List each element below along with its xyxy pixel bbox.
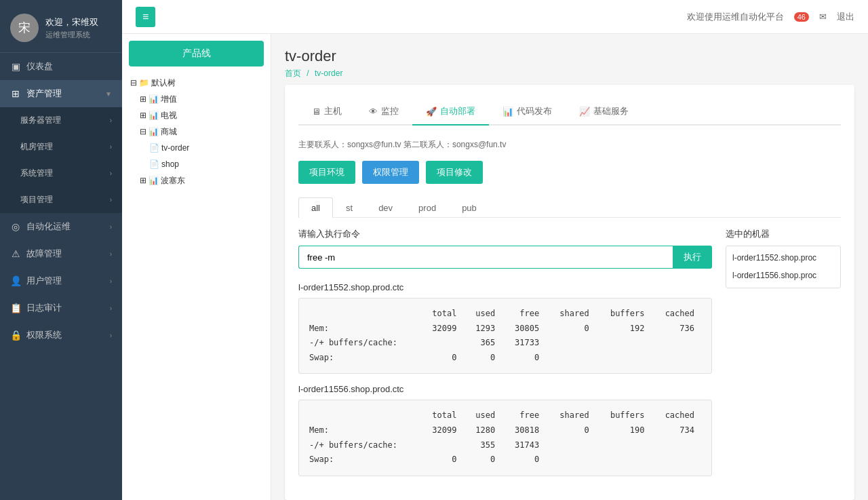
tree-node-label: 商城 xyxy=(161,124,177,139)
product-line-button[interactable]: 产品线 xyxy=(129,41,264,66)
expand-icon: ⊞ xyxy=(140,173,146,188)
leaf-icon: 📄 xyxy=(149,157,159,172)
tree-node-label: 默认树 xyxy=(151,75,176,90)
expand-icon: ⊟ xyxy=(140,124,146,139)
tree-row-tv[interactable]: ⊞ 📊 电视 xyxy=(138,107,264,123)
sub-tab-prod[interactable]: prod xyxy=(406,197,449,218)
selected-machines-label: 选中的机器 xyxy=(726,228,841,240)
chevron-right-icon: › xyxy=(110,117,112,124)
notification-icon[interactable]: ✉ xyxy=(819,12,827,22)
tree-row-tv-order[interactable]: 📄 tv-order xyxy=(148,140,264,156)
tab-base-service[interactable]: 📈 基础服务 xyxy=(566,98,642,126)
sub-tab-all[interactable]: all xyxy=(298,197,333,218)
fault-icon: ⚠ xyxy=(10,248,21,259)
tree-row-poseidon[interactable]: ⊞ 📊 波塞东 xyxy=(138,172,264,189)
tree-row-default[interactable]: ⊟ 📁 默认树 xyxy=(129,75,264,91)
auto-ops-icon: ◎ xyxy=(10,221,21,232)
sidebar-item-fault-mgmt[interactable]: ⚠ 故障管理 › xyxy=(0,240,122,267)
tab-monitor[interactable]: 👁 监控 xyxy=(355,98,412,126)
sub-tab-pub[interactable]: pub xyxy=(449,197,490,218)
command-input[interactable] xyxy=(298,246,673,269)
asset-submenu: 服务器管理 › 机房管理 › 系统管理 › 项目管理 › xyxy=(0,107,122,213)
folder-chart-icon: 📊 xyxy=(149,124,159,139)
sidebar: 宋 欢迎，宋维双 运维管理系统 ▣ 仪表盘 ⊞ 资产管理 ▼ 服务器管理 xyxy=(0,0,122,500)
notification-badge[interactable]: 46 xyxy=(794,12,809,22)
left-panel: 产品线 ⊟ 📁 默认树 ⊞ 📊 增值 ⊞ 📊 电视 xyxy=(122,34,271,500)
topbar: ≡ 欢迎使用运维自动化平台 46 ✉ 退出 xyxy=(122,0,868,34)
expand-icon: ⊟ xyxy=(130,75,137,90)
sidebar-item-label: 资产管理 xyxy=(26,88,62,100)
expand-icon: ⊞ xyxy=(140,108,146,123)
sidebar-item-label: 日志审计 xyxy=(26,302,62,314)
sidebar-item-project-mgmt[interactable]: 项目管理 › xyxy=(7,187,122,213)
content-card: 🖥 主机 👁 监控 🚀 自动部署 📊 代码发布 xyxy=(285,85,854,500)
base-service-icon: 📈 xyxy=(579,107,590,117)
contact-info: 主要联系人：songxs@fun.tv 第二联系人：songxs@fun.tv xyxy=(298,139,841,151)
monitor-icon: 👁 xyxy=(369,107,378,117)
breadcrumb-home[interactable]: 首页 xyxy=(285,69,301,78)
chevron-right-icon: › xyxy=(110,305,112,312)
sidebar-item-dashboard[interactable]: ▣ 仪表盘 xyxy=(0,53,122,80)
sidebar-item-label: 权限系统 xyxy=(26,329,62,341)
expand-icon: ⊞ xyxy=(140,92,146,107)
main-tabs: 🖥 主机 👁 监控 🚀 自动部署 📊 代码发布 xyxy=(298,98,841,126)
tab-auto-deploy[interactable]: 🚀 自动部署 xyxy=(412,98,489,126)
machine2-section: l-order11556.shop.prod.ctc total used fr… xyxy=(298,384,712,476)
perm-mgmt-button[interactable]: 权限管理 xyxy=(362,161,419,184)
sidebar-item-server-mgmt[interactable]: 服务器管理 › xyxy=(7,107,122,134)
sidebar-item-auth-system[interactable]: 🔒 权限系统 › xyxy=(0,322,122,349)
project-mgmt-label: 项目管理 xyxy=(20,194,53,206)
asset-icon: ⊞ xyxy=(10,88,21,99)
main-wrapper: ≡ 欢迎使用运维自动化平台 46 ✉ 退出 产品线 ⊟ 📁 默认树 ⊞ xyxy=(122,0,868,500)
selected-machines-list: l-order11552.shop.proc l-order11556.shop… xyxy=(726,246,841,288)
chevron-right-icon: › xyxy=(110,170,112,177)
sidebar-header: 宋 欢迎，宋维双 运维管理系统 xyxy=(0,0,122,53)
main-content-body: 请输入执行命令 执行 l-order11552.shop.prod.ctc xyxy=(298,228,712,486)
tab-code-release[interactable]: 📊 代码发布 xyxy=(489,98,566,126)
sidebar-item-log-audit[interactable]: 📋 日志审计 › xyxy=(0,294,122,322)
log-icon: 📋 xyxy=(10,303,21,313)
menu-toggle-button[interactable]: ≡ xyxy=(136,7,155,27)
code-release-icon: 📊 xyxy=(502,107,513,117)
sub-tabs: all st dev prod pub xyxy=(298,197,841,218)
tree-children: ⊞ 📊 增值 ⊞ 📊 电视 ⊟ 📊 商城 xyxy=(129,91,264,189)
folder-chart-icon: 📊 xyxy=(149,92,159,107)
welcome-text: 欢迎使用运维自动化平台 xyxy=(687,11,784,23)
folder-chart-icon: 📊 xyxy=(149,173,159,188)
chevron-right-icon: › xyxy=(110,223,112,231)
server-mgmt-label: 服务器管理 xyxy=(20,115,61,126)
auth-icon: 🔒 xyxy=(10,330,21,341)
sidebar-item-room-mgmt[interactable]: 机房管理 › xyxy=(7,134,122,160)
breadcrumb-current: tv-order xyxy=(315,69,342,78)
tree-node-label: tv-order xyxy=(161,140,189,155)
project-env-button[interactable]: 项目环境 xyxy=(298,161,355,184)
tree-row-mall[interactable]: ⊟ 📊 商城 xyxy=(138,123,264,140)
selected-machine-item-2: l-order11556.shop.proc xyxy=(730,267,837,285)
sidebar-item-user-mgmt[interactable]: 👤 用户管理 › xyxy=(0,267,122,294)
tab-host[interactable]: 🖥 主机 xyxy=(298,98,355,126)
logout-link[interactable]: 退出 xyxy=(837,11,854,23)
main-content-inner: 请输入执行命令 执行 l-order11552.shop.prod.ctc xyxy=(298,228,841,486)
chevron-right-icon: › xyxy=(110,332,112,339)
tree-row-zenghzhi[interactable]: ⊞ 📊 增值 xyxy=(138,91,264,107)
system-mgmt-label: 系统管理 xyxy=(20,168,53,179)
exec-button[interactable]: 执行 xyxy=(673,246,712,269)
machine2-output: total used free shared buffers cached Me… xyxy=(298,400,712,476)
tree-row-shop[interactable]: 📄 shop xyxy=(148,156,264,172)
project-edit-button[interactable]: 项目修改 xyxy=(426,161,483,184)
sidebar-item-system-mgmt[interactable]: 系统管理 › xyxy=(7,160,122,187)
chevron-right-icon: › xyxy=(110,250,112,258)
sub-tab-st[interactable]: st xyxy=(333,197,366,218)
page-title-area: tv-order 首页 / tv-order xyxy=(285,47,854,79)
action-buttons: 项目环境 权限管理 项目修改 xyxy=(298,161,841,184)
sidebar-item-auto-ops[interactable]: ◎ 自动化运维 › xyxy=(0,213,122,240)
leaf-icon: 📄 xyxy=(149,140,159,155)
sidebar-item-label: 自动化运维 xyxy=(26,220,71,233)
chevron-down-icon: ▼ xyxy=(105,90,112,98)
mall-children: 📄 tv-order 📄 shop xyxy=(138,140,264,172)
avatar: 宋 xyxy=(10,14,39,42)
room-mgmt-label: 机房管理 xyxy=(20,141,53,153)
sidebar-item-asset-mgmt[interactable]: ⊞ 资产管理 ▼ xyxy=(0,80,122,107)
selected-machine-item-1: l-order11552.shop.proc xyxy=(730,250,837,267)
sub-tab-dev[interactable]: dev xyxy=(366,197,406,218)
